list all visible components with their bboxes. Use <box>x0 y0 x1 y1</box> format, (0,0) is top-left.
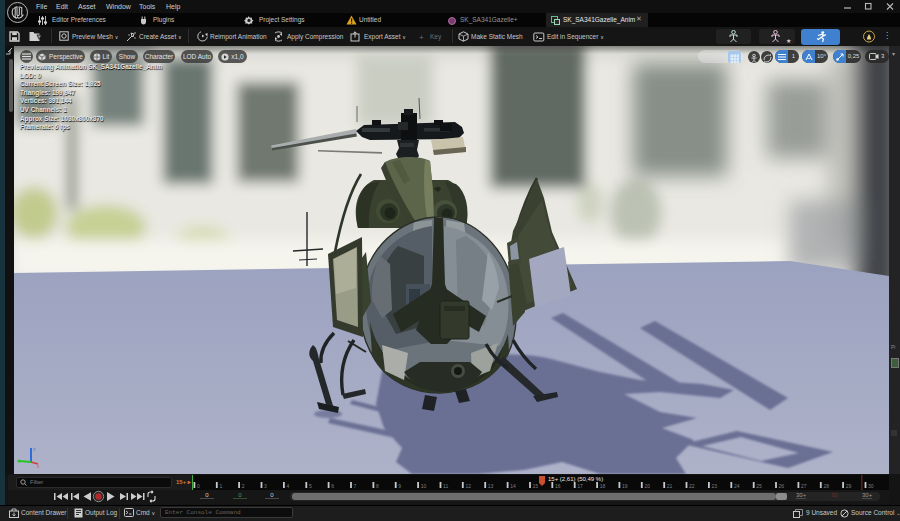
svg-text:17: 17 <box>577 483 583 489</box>
svg-text:12: 12 <box>465 483 471 489</box>
svg-text:11: 11 <box>443 483 448 489</box>
svg-text:4: 4 <box>287 483 290 489</box>
svg-text:5: 5 <box>309 483 312 489</box>
svg-text:29: 29 <box>846 483 852 489</box>
svg-text:19: 19 <box>622 483 628 489</box>
svg-text:24: 24 <box>734 483 740 489</box>
svg-text:1: 1 <box>219 483 222 489</box>
svg-text:22: 22 <box>689 483 695 489</box>
svg-text:21: 21 <box>667 483 673 489</box>
svg-text:30: 30 <box>868 483 874 489</box>
svg-text:10: 10 <box>421 483 427 489</box>
svg-text:28: 28 <box>823 483 829 489</box>
svg-text:9: 9 <box>398 483 401 489</box>
svg-text:6: 6 <box>331 483 334 489</box>
svg-text:23: 23 <box>712 483 718 489</box>
svg-text:8: 8 <box>376 483 379 489</box>
svg-text:27: 27 <box>801 483 807 489</box>
svg-text:20: 20 <box>644 483 650 489</box>
svg-text:7: 7 <box>354 483 357 489</box>
svg-text:15: 15 <box>533 483 539 489</box>
svg-text:3: 3 <box>264 483 267 489</box>
svg-text:0: 0 <box>197 483 200 489</box>
svg-text:25: 25 <box>756 483 762 489</box>
svg-text:26: 26 <box>779 483 785 489</box>
svg-text:13: 13 <box>488 483 494 489</box>
svg-text:16: 16 <box>555 483 561 489</box>
svg-text:15+ (2,61) (50,49 %): 15+ (2,61) (50,49 %) <box>548 476 603 482</box>
svg-text:14: 14 <box>510 483 516 489</box>
svg-text:18: 18 <box>600 483 606 489</box>
svg-text:2: 2 <box>242 483 245 489</box>
